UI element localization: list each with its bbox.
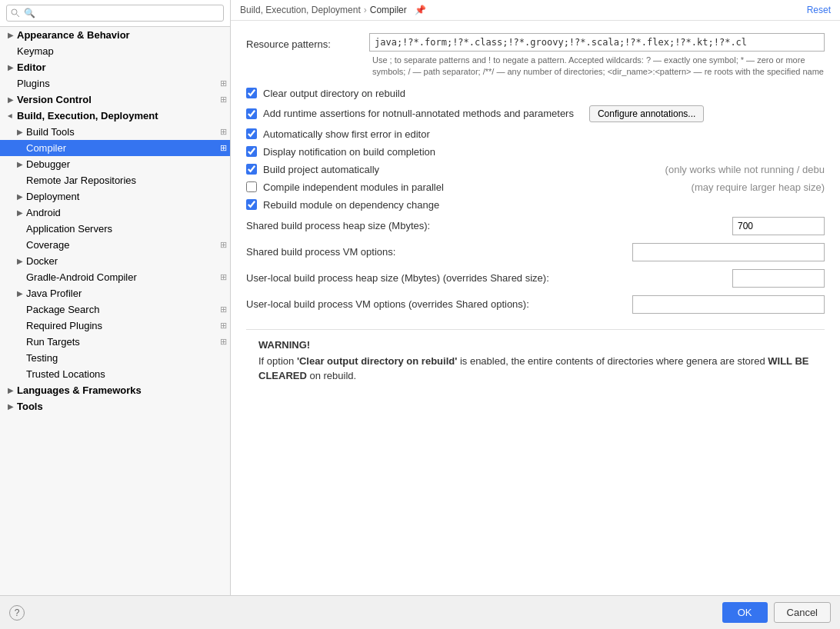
sidebar-item-version-control[interactable]: ▶Version Control⊞ (0, 92, 230, 108)
sidebar-item-label: Required Plugins (26, 320, 220, 331)
breadcrumb-parent: Build, Execution, Deployment (240, 5, 361, 15)
settings-icon: ⊞ (220, 337, 227, 347)
sidebar-item-label: Plugins (17, 78, 220, 89)
breadcrumb-current: Compiler (370, 5, 407, 15)
sidebar-item-java-profiler[interactable]: ▶Java Profiler (0, 285, 230, 301)
arrow-icon: ▶ (6, 386, 15, 395)
checkbox-row-runtime-assertions: Add runtime assertions for notnull-annot… (246, 105, 825, 122)
checkbox-row-clear-output: Clear output directory on rebuild (246, 88, 825, 99)
user-vm-input[interactable] (632, 295, 825, 314)
sidebar-item-label: Editor (17, 62, 227, 73)
sidebar-item-plugins[interactable]: Plugins⊞ (0, 75, 230, 92)
heap-size-row: Shared build process heap size (Mbytes): (246, 217, 825, 235)
sidebar-item-label: Coverage (26, 239, 220, 251)
sidebar-item-tools[interactable]: ▶Tools (0, 398, 230, 414)
checkbox-show-first-error[interactable] (246, 128, 257, 139)
settings-icon: ⊞ (220, 321, 227, 331)
settings-sidebar: ▶Appearance & BehaviorKeymap▶EditorPlugi… (0, 0, 231, 595)
sidebar-item-label: Application Servers (26, 223, 227, 235)
sidebar-item-label: Trusted Locations (26, 368, 227, 380)
sidebar-item-required-plugins[interactable]: Required Plugins⊞ (0, 318, 230, 334)
sidebar-item-appearance[interactable]: ▶Appearance & Behavior (0, 27, 230, 43)
checkbox-label-show-first-error: Automatically show first error in editor (263, 128, 430, 140)
user-heap-row: User-local build process heap size (Mbyt… (246, 269, 825, 288)
shared-vm-input[interactable] (632, 243, 825, 261)
pin-icon: 📌 (415, 5, 426, 15)
warning-box: WARNING! If option 'Clear output directo… (246, 329, 825, 393)
user-vm-label: User-local build process VM options (ove… (246, 298, 632, 310)
ok-button[interactable]: OK (722, 602, 768, 623)
arrow-icon: ▶ (15, 192, 25, 201)
arrow-icon: ▶ (6, 63, 15, 72)
sidebar-item-build-tools[interactable]: ▶Build Tools⊞ (0, 124, 230, 140)
shared-vm-label: Shared build process VM options: (246, 246, 632, 258)
button-group: OK Cancel (722, 602, 831, 623)
help-icon[interactable]: ? (9, 605, 25, 621)
checkbox-row-rebuild-dep: Rebuild module on dependency change (246, 199, 825, 211)
sidebar-item-label: Deployment (26, 191, 227, 202)
sidebar-item-label: Build Tools (26, 126, 220, 138)
checkbox-row-show-first-error: Automatically show first error in editor (246, 128, 825, 140)
sidebar-item-android[interactable]: ▶Android (0, 205, 230, 221)
sidebar-item-label: Keymap (17, 45, 227, 57)
user-vm-row: User-local build process VM options (ove… (246, 295, 825, 314)
user-heap-input[interactable] (732, 269, 825, 288)
checkbox-note-build-auto: (only works while not running / debu (650, 164, 825, 175)
sidebar-item-compiler[interactable]: Compiler⊞ (0, 140, 230, 156)
settings-icon: ⊞ (220, 305, 227, 314)
cancel-button[interactable]: Cancel (774, 602, 831, 623)
arrow-icon: ▶ (15, 128, 25, 137)
settings-icon: ⊞ (220, 127, 227, 137)
reset-link[interactable]: Reset (807, 5, 831, 15)
warning-title: WARNING! (258, 339, 812, 351)
checkbox-rebuild-dep[interactable] (246, 199, 257, 210)
checkbox-label-notify-build: Display notification on build completion (263, 146, 435, 158)
arrow-icon: ▶ (15, 289, 25, 298)
checkbox-notify-build[interactable] (246, 146, 257, 157)
checkbox-label-build-auto: Build project automatically (263, 164, 379, 175)
sidebar-item-label: Compiler (26, 142, 220, 154)
sidebar-item-testing[interactable]: Testing (0, 350, 230, 366)
sidebar-item-coverage[interactable]: Coverage⊞ (0, 237, 230, 253)
sidebar-item-label: Version Control (17, 94, 220, 105)
sidebar-item-app-servers[interactable]: Application Servers (0, 221, 230, 237)
checkbox-compile-parallel[interactable] (246, 181, 257, 192)
settings-icon: ⊞ (220, 272, 227, 282)
sidebar-item-build-execution[interactable]: ▼Build, Execution, Deployment (0, 108, 230, 124)
heap-size-label: Shared build process heap size (Mbytes): (246, 220, 732, 231)
settings-icon: ⊞ (220, 240, 227, 250)
sidebar-item-trusted-locations[interactable]: Trusted Locations (0, 366, 230, 382)
resource-patterns-row: Resource patterns: (246, 33, 825, 52)
settings-icon: ⊞ (220, 143, 227, 153)
checkbox-label-clear-output: Clear output directory on rebuild (263, 88, 405, 99)
configure-annotations-button[interactable]: Configure annotations... (589, 105, 704, 122)
sidebar-item-editor[interactable]: ▶Editor (0, 59, 230, 75)
sidebar-item-docker[interactable]: ▶Docker (0, 253, 230, 269)
sidebar-item-gradle-android[interactable]: Gradle-Android Compiler⊞ (0, 269, 230, 285)
sidebar-item-remote-jar[interactable]: Remote Jar Repositories (0, 172, 230, 188)
checkbox-build-auto[interactable] (246, 164, 257, 175)
checkbox-label-compile-parallel: Compile independent modules in parallel (263, 181, 444, 193)
checkbox-runtime-assertions[interactable] (246, 108, 257, 119)
arrow-icon: ▼ (6, 111, 15, 121)
sidebar-item-package-search[interactable]: Package Search⊞ (0, 301, 230, 318)
search-input[interactable] (6, 5, 224, 22)
checkbox-clear-output[interactable] (246, 88, 257, 98)
resource-patterns-input[interactable] (369, 33, 825, 52)
arrow-icon: ▶ (6, 402, 15, 411)
sidebar-item-languages-frameworks[interactable]: ▶Languages & Frameworks (0, 382, 230, 398)
checkbox-label-runtime-assertions: Add runtime assertions for notnull-annot… (263, 108, 574, 119)
sidebar-item-keymap[interactable]: Keymap (0, 43, 230, 59)
sidebar-item-label: Remote Jar Repositories (26, 175, 227, 186)
heap-size-input[interactable] (732, 217, 825, 235)
sidebar-item-deployment[interactable]: ▶Deployment (0, 188, 230, 205)
checkbox-note-compile-parallel: (may require larger heap size) (676, 181, 825, 193)
checkbox-row-notify-build: Display notification on build completion (246, 146, 825, 158)
settings-panel: Resource patterns: Use ; to separate pat… (231, 21, 840, 595)
resource-hint: Use ; to separate patterns and ! to nega… (372, 55, 825, 78)
breadcrumb-sep: › (364, 5, 367, 15)
sidebar-item-debugger[interactable]: ▶Debugger (0, 156, 230, 172)
sidebar-item-label: Debugger (26, 158, 227, 170)
settings-icon: ⊞ (220, 78, 227, 88)
sidebar-item-run-targets[interactable]: Run Targets⊞ (0, 334, 230, 350)
